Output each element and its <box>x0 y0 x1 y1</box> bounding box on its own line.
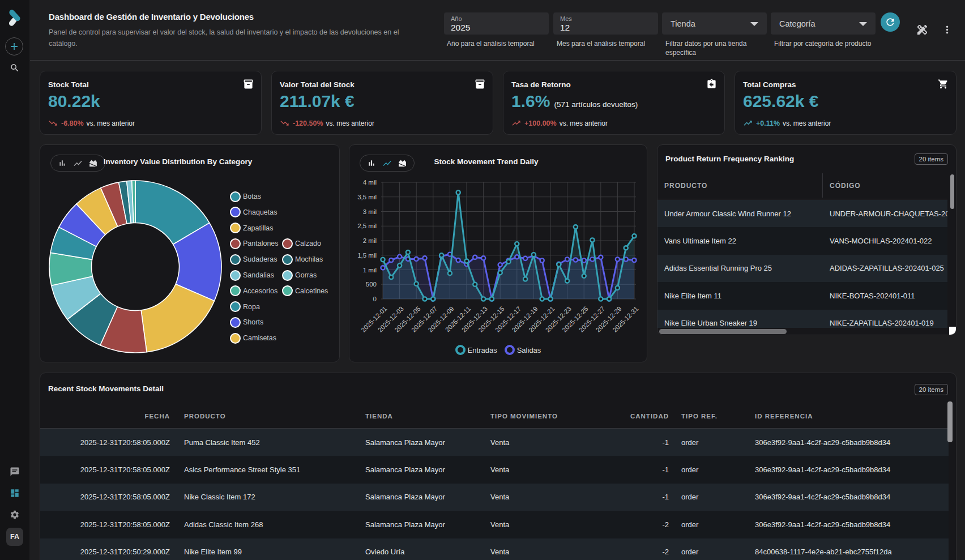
design-services-icon[interactable] <box>916 23 929 36</box>
point-salidas[interactable] <box>590 257 594 261</box>
ranking-col-codigo[interactable]: CÓDIGO <box>830 172 861 199</box>
point-entradas[interactable] <box>632 234 636 238</box>
point-entradas[interactable] <box>406 250 410 254</box>
point-entradas[interactable] <box>464 259 468 263</box>
point-entradas[interactable] <box>599 297 603 301</box>
point-salidas[interactable] <box>415 257 419 261</box>
search-icon[interactable] <box>10 63 20 73</box>
point-entradas[interactable] <box>523 277 527 281</box>
point-salidas[interactable] <box>523 257 527 260</box>
point-salidas[interactable] <box>632 258 636 262</box>
legend-item-calzado[interactable]: Calzado <box>282 238 321 249</box>
point-salidas[interactable] <box>481 256 485 260</box>
legend-item-camisetas[interactable]: Camisetas <box>230 332 276 344</box>
point-salidas[interactable] <box>540 258 544 262</box>
table-row[interactable]: Adidas Essential Running Pro 25ADIDAS-ZA… <box>657 255 947 282</box>
legend-item-accesorios[interactable]: Accesorios <box>230 285 277 297</box>
point-entradas[interactable] <box>422 297 426 301</box>
table-row[interactable]: Under Armour Classic Wind Runner 12UNDER… <box>657 200 947 227</box>
point-salidas[interactable] <box>515 255 519 259</box>
point-entradas[interactable] <box>381 258 385 262</box>
point-entradas[interactable] <box>607 297 611 301</box>
table-row[interactable]: 2025-12-31T20:50:29.000ZNike Elite Item … <box>40 538 949 560</box>
point-entradas[interactable] <box>616 286 620 290</box>
point-salidas[interactable] <box>398 255 402 259</box>
point-entradas[interactable] <box>506 260 510 264</box>
avatar[interactable]: FA <box>6 528 23 546</box>
filter-year[interactable]: Año 2025 <box>444 12 549 35</box>
filter-store[interactable]: Tienda <box>662 12 767 35</box>
point-entradas[interactable] <box>540 297 544 301</box>
table-row[interactable]: Nike Elite Urban Sneaker 19NIKE-ZAPATILL… <box>657 310 947 328</box>
filter-month[interactable]: Mes 12 <box>553 12 658 35</box>
movements-col-tienda[interactable]: TIENDA <box>365 404 393 429</box>
movements-col-fecha[interactable]: FECHA <box>113 404 170 429</box>
legend-item-sudaderas[interactable]: Sudaderas <box>230 254 277 265</box>
legend-item-ropa[interactable]: Ropa <box>230 301 260 313</box>
point-salidas[interactable] <box>599 255 603 259</box>
point-entradas[interactable] <box>582 274 586 278</box>
legend-item-chaquetas[interactable]: Chaquetas <box>230 207 277 218</box>
point-salidas[interactable] <box>574 258 578 262</box>
point-entradas[interactable] <box>490 297 494 301</box>
point-entradas[interactable] <box>590 238 594 242</box>
point-salidas[interactable] <box>422 256 426 260</box>
legend-item-sandalias[interactable]: Sandalias <box>230 270 274 281</box>
legend-item-botas[interactable]: Botas <box>230 191 261 202</box>
new-button[interactable] <box>5 37 23 55</box>
point-entradas[interactable] <box>398 263 402 267</box>
point-entradas[interactable] <box>574 225 578 229</box>
legend-entradas[interactable]: Entradas <box>455 345 497 355</box>
point-entradas[interactable] <box>515 242 519 246</box>
dashboard-grid-icon[interactable] <box>10 488 20 498</box>
legend-item-shorts[interactable]: Shorts <box>230 317 263 328</box>
legend-item-gorras[interactable]: Gorras <box>282 270 317 281</box>
point-salidas[interactable] <box>456 258 460 262</box>
refresh-button[interactable] <box>881 12 900 32</box>
legend-item-zapatillas[interactable]: Zapatillas <box>230 223 274 234</box>
filter-category[interactable]: Categoría <box>771 12 876 35</box>
table-row[interactable]: Nike Elite Item 11NIKE-BOTAS-202401-011 <box>657 282 947 309</box>
gear-icon[interactable] <box>10 510 20 520</box>
line-chart[interactable]: 05001 mil1,5 mil2 mil2,5 mil3 mil3,5 mil… <box>349 145 648 340</box>
table-row[interactable]: Vans Ultimate Item 22VANS-MOCHILAS-20240… <box>657 227 947 254</box>
legend-item-pantalones[interactable]: Pantalones <box>230 238 279 249</box>
ranking-col-producto[interactable]: PRODUCTO <box>664 172 707 199</box>
chat-icon[interactable] <box>10 467 20 477</box>
table-row[interactable]: 2025-12-31T20:58:05.000ZNike Classic Ite… <box>40 484 949 511</box>
point-salidas[interactable] <box>473 255 477 259</box>
movements-col-id-referencia[interactable]: ID REFERENCIA <box>755 404 813 429</box>
legend-item-calcetines[interactable]: Calcetines <box>282 285 328 297</box>
point-entradas[interactable] <box>557 263 561 267</box>
point-entradas[interactable] <box>389 275 393 279</box>
point-salidas[interactable] <box>565 257 569 261</box>
point-entradas[interactable] <box>439 253 443 257</box>
point-entradas[interactable] <box>481 297 485 301</box>
movements-col-tipo-ref[interactable]: TIPO REF. <box>681 404 718 429</box>
point-salidas[interactable] <box>616 257 620 261</box>
point-salidas[interactable] <box>582 258 586 262</box>
more-menu-icon[interactable] <box>941 24 953 36</box>
point-entradas[interactable] <box>473 283 477 287</box>
movements-col-tipo-movimiento[interactable]: TIPO MOVIMIENTO <box>490 404 558 429</box>
point-salidas[interactable] <box>389 258 393 262</box>
ranking-horizontal-scrollbar[interactable] <box>659 329 787 334</box>
movements-col-cantidad[interactable]: CANTIDAD <box>612 404 669 429</box>
point-entradas[interactable] <box>431 297 435 301</box>
movements-vertical-scrollbar[interactable] <box>947 401 953 442</box>
point-entradas[interactable] <box>498 271 502 275</box>
point-entradas[interactable] <box>565 279 569 283</box>
donut-chart[interactable] <box>49 180 222 353</box>
point-entradas[interactable] <box>415 282 419 286</box>
legend-salidas[interactable]: Salidas <box>505 345 541 355</box>
table-row[interactable]: 2025-12-31T20:58:05.000ZPuma Classic Ite… <box>40 429 949 456</box>
point-salidas[interactable] <box>498 263 502 267</box>
movements-col-producto[interactable]: PRODUCTO <box>184 404 226 429</box>
point-entradas[interactable] <box>448 271 452 275</box>
point-salidas[interactable] <box>381 266 385 270</box>
point-entradas[interactable] <box>456 190 460 194</box>
ranking-vertical-scrollbar[interactable] <box>950 174 954 209</box>
point-entradas[interactable] <box>532 253 536 257</box>
legend-item-mochilas[interactable]: Mochilas <box>282 254 323 265</box>
point-entradas[interactable] <box>624 246 628 250</box>
